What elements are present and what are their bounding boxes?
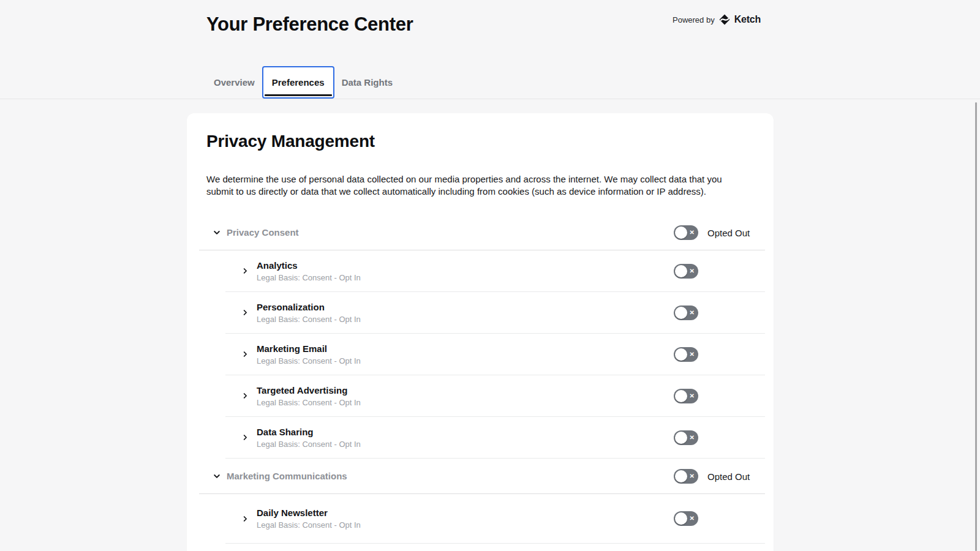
purpose-title: Marketing Email: [257, 343, 361, 354]
purpose-item: Marketing Email Legal Basis: Consent - O…: [199, 334, 765, 375]
purpose-legal-basis: Legal Basis: Consent - Opt In: [257, 315, 361, 324]
purpose-item: Personalization Legal Basis: Consent - O…: [199, 292, 765, 334]
chevron-right-icon: [242, 392, 249, 399]
tab-bar: Overview Preferences Data Rights: [213, 66, 393, 99]
toggle-knob: [675, 227, 687, 239]
section-items: Daily Newsletter Legal Basis: Consent - …: [199, 494, 765, 544]
tab-overview[interactable]: Overview: [213, 66, 255, 99]
section-status: Opted Out: [707, 471, 750, 481]
toggle-knob: [675, 307, 687, 319]
purpose-toggle[interactable]: ✕: [674, 430, 698, 445]
toggle-knob: [675, 265, 687, 277]
purpose-item-row[interactable]: Personalization Legal Basis: Consent - O…: [199, 292, 765, 333]
powered-by: Powered by Ketch: [673, 12, 761, 27]
purpose-section: Privacy Consent ✕ Opted Out Analytics Le…: [199, 215, 765, 459]
purpose-title: Data Sharing: [257, 427, 361, 437]
section-items: Analytics Legal Basis: Consent - Opt In …: [199, 250, 765, 459]
purpose-legal-basis: Legal Basis: Consent - Opt In: [257, 398, 361, 407]
powered-by-label: Powered by: [673, 15, 715, 24]
toggle-knob: [675, 390, 687, 402]
tab-label: Overview: [214, 77, 255, 88]
section-toggle[interactable]: ✕: [674, 469, 698, 484]
toggle-knob: [675, 432, 687, 444]
purpose-item: Data Sharing Legal Basis: Consent - Opt …: [199, 417, 765, 459]
section-label: Marketing Communications: [227, 471, 347, 481]
purpose-legal-basis: Legal Basis: Consent - Opt In: [257, 273, 361, 282]
purpose-item-text: Data Sharing Legal Basis: Consent - Opt …: [257, 427, 361, 449]
purpose-toggle[interactable]: ✕: [674, 511, 698, 526]
section-header-row[interactable]: Privacy Consent ✕ Opted Out: [199, 215, 765, 250]
purpose-item-row[interactable]: Analytics Legal Basis: Consent - Opt In …: [199, 250, 765, 291]
purpose-item: Targeted Advertising Legal Basis: Consen…: [199, 375, 765, 417]
toggle-x-icon: ✕: [690, 473, 695, 479]
purpose-toggle[interactable]: ✕: [674, 264, 698, 279]
chevron-right-icon: [242, 515, 249, 522]
purpose-legal-basis: Legal Basis: Consent - Opt In: [257, 520, 361, 530]
purpose-item-row[interactable]: Data Sharing Legal Basis: Consent - Opt …: [199, 417, 765, 458]
tab-label: Preferences: [272, 77, 325, 88]
toggle-knob: [675, 512, 687, 525]
content-frame-border: [0, 99, 980, 99]
toggle-x-icon: ✕: [690, 393, 695, 399]
purpose-title: Analytics: [257, 260, 361, 271]
section-label: Privacy Consent: [227, 227, 299, 238]
chevron-right-icon: [242, 434, 249, 441]
active-tab-indicator: [265, 94, 332, 96]
purpose-item-text: Analytics Legal Basis: Consent - Opt In: [257, 260, 361, 282]
purpose-list: Privacy Consent ✕ Opted Out Analytics Le…: [199, 215, 765, 544]
purpose-item-row[interactable]: Daily Newsletter Legal Basis: Consent - …: [199, 494, 765, 543]
section-status: Opted Out: [707, 227, 750, 238]
card-description: We determine the use of personal data co…: [206, 173, 734, 198]
brand-name: Ketch: [734, 14, 761, 25]
purpose-toggle[interactable]: ✕: [674, 347, 698, 362]
toggle-knob: [675, 348, 687, 361]
chevron-down-icon: [213, 229, 221, 236]
purpose-toggle[interactable]: ✕: [674, 389, 698, 403]
chevron-down-icon: [213, 473, 221, 480]
purpose-item-row[interactable]: Marketing Email Legal Basis: Consent - O…: [199, 334, 765, 375]
tab-preferences[interactable]: Preferences: [262, 66, 334, 99]
purpose-title: Daily Newsletter: [257, 508, 361, 518]
chevron-right-icon: [242, 309, 249, 316]
purpose-item-row[interactable]: Targeted Advertising Legal Basis: Consen…: [199, 375, 765, 416]
chevron-right-icon: [242, 351, 249, 358]
toggle-x-icon: ✕: [690, 351, 695, 358]
chevron-right-icon: [242, 268, 249, 274]
toggle-x-icon: ✕: [690, 268, 695, 274]
purpose-item: Analytics Legal Basis: Consent - Opt In …: [199, 250, 765, 292]
toggle-knob: [675, 470, 687, 482]
purpose-item-text: Targeted Advertising Legal Basis: Consen…: [257, 385, 361, 407]
toggle-x-icon: ✕: [690, 310, 695, 316]
purpose-item-text: Daily Newsletter Legal Basis: Consent - …: [257, 508, 361, 530]
page-title: Your Preference Center: [206, 13, 413, 36]
purpose-item: Daily Newsletter Legal Basis: Consent - …: [199, 494, 765, 544]
toggle-x-icon: ✕: [690, 230, 695, 236]
purpose-section: Marketing Communications ✕ Opted Out Dai…: [199, 459, 765, 544]
scrollbar[interactable]: [975, 102, 977, 551]
section-toggle[interactable]: ✕: [674, 225, 698, 240]
purpose-title: Targeted Advertising: [257, 385, 361, 395]
section-header-row[interactable]: Marketing Communications ✕ Opted Out: [199, 459, 765, 493]
purpose-title: Personalization: [257, 302, 361, 312]
purpose-item-text: Marketing Email Legal Basis: Consent - O…: [257, 343, 361, 365]
purpose-legal-basis: Legal Basis: Consent - Opt In: [257, 440, 361, 449]
purpose-toggle[interactable]: ✕: [674, 305, 698, 320]
toggle-x-icon: ✕: [690, 435, 695, 441]
tab-data-rights[interactable]: Data Rights: [341, 66, 393, 99]
tab-label: Data Rights: [342, 77, 393, 88]
ketch-logo-icon: [719, 14, 730, 25]
purpose-legal-basis: Legal Basis: Consent - Opt In: [257, 356, 361, 365]
card-heading: Privacy Management: [206, 132, 774, 151]
item-divider: [225, 543, 765, 544]
toggle-x-icon: ✕: [690, 515, 695, 522]
purpose-item-text: Personalization Legal Basis: Consent - O…: [257, 302, 361, 324]
privacy-management-card: Privacy Management We determine the use …: [187, 113, 774, 551]
